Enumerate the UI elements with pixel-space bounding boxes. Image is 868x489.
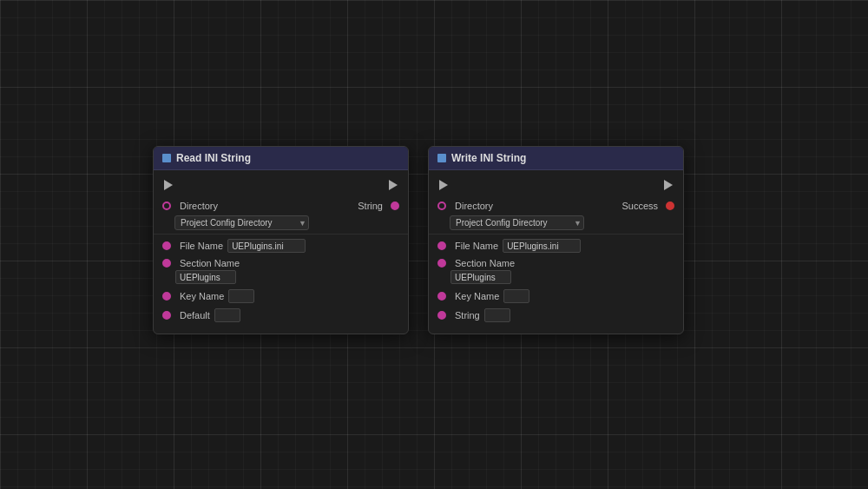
separator-1 [154, 234, 408, 235]
success-label: Success [621, 201, 658, 211]
directory-string-row: Directory String [154, 198, 408, 214]
file-name-label: File Name [180, 241, 223, 251]
separator-1 [429, 234, 683, 235]
directory-left: Directory [437, 201, 497, 211]
directory-dropdown-row: Project Config Directory ▼ [429, 214, 683, 232]
node-title: Read INI String [176, 152, 251, 164]
section-name-pin-dot [437, 259, 446, 268]
key-name-label: Key Name [180, 291, 224, 301]
string-right: String [353, 201, 399, 211]
section-name-input[interactable] [450, 270, 511, 284]
file-name-input[interactable] [503, 239, 581, 253]
exec-in-arrow [162, 179, 174, 191]
key-name-row: Key Name [154, 287, 408, 306]
exec-in-arrow [437, 179, 450, 191]
key-name-input[interactable] [228, 289, 254, 303]
directory-dropdown[interactable]: Project Config Directory [174, 215, 309, 230]
string-input[interactable] [484, 308, 510, 322]
section-name-label: Section Name [180, 258, 240, 268]
key-name-pin-dot [162, 292, 171, 301]
node-title: Write INI String [451, 152, 526, 164]
exec-out-arrow [662, 179, 674, 191]
key-name-label: Key Name [455, 291, 499, 301]
key-name-pin-dot [437, 292, 446, 301]
file-name-pin-dot [437, 241, 446, 250]
node-body: Directory Success Project Config Directo… [429, 170, 683, 334]
success-output-pin [666, 202, 674, 210]
node-body: Directory String Project Config Director… [154, 170, 408, 334]
success-right: Success [617, 201, 674, 211]
node-header: Read INI String [154, 147, 408, 170]
section-name-row: Section Name [429, 255, 683, 287]
key-name-input[interactable] [503, 289, 529, 303]
node-icon [162, 154, 171, 162]
key-name-row: Key Name [429, 287, 683, 306]
default-label: Default [180, 310, 210, 320]
exec-out-pin [387, 179, 399, 191]
exec-in-pin [162, 179, 174, 191]
string-label: String [358, 201, 383, 211]
default-pin-dot [162, 311, 171, 320]
section-name-input[interactable] [175, 270, 236, 284]
file-name-row: File Name [429, 236, 683, 255]
section-name-pin-dot [162, 259, 171, 268]
exec-row [154, 175, 408, 195]
string-input-label: String [455, 310, 480, 320]
string-input-row: String [429, 306, 683, 325]
default-row: Default [154, 306, 408, 325]
directory-dropdown[interactable]: Project Config Directory [450, 215, 584, 230]
directory-label: Directory [455, 201, 493, 211]
directory-pin-dot [162, 202, 171, 210]
default-input[interactable] [214, 308, 240, 322]
file-name-row: File Name [154, 236, 408, 255]
read-ini-string-node: Read INI String Directory String [153, 146, 409, 334]
node-header: Write INI String [429, 147, 683, 170]
string-output-pin [391, 202, 399, 210]
exec-out-arrow [387, 179, 399, 191]
file-name-label: File Name [455, 241, 498, 251]
blueprint-canvas: Read INI String Directory String [0, 0, 868, 489]
directory-label: Directory [180, 201, 218, 211]
directory-left: Directory [162, 201, 222, 211]
string-pin-dot [437, 311, 446, 320]
file-name-pin-dot [162, 241, 171, 250]
directory-pin-dot [437, 202, 446, 210]
directory-dropdown-row: Project Config Directory ▼ [154, 214, 408, 232]
exec-row [429, 175, 683, 195]
node-icon [437, 154, 446, 162]
file-name-input[interactable] [227, 239, 306, 253]
section-name-row: Section Name [154, 255, 408, 287]
write-ini-string-node: Write INI String Directory Success [428, 146, 684, 334]
exec-in-pin [437, 179, 450, 191]
section-name-label: Section Name [455, 258, 515, 268]
exec-out-pin [662, 179, 674, 191]
directory-success-row: Directory Success [429, 198, 683, 214]
